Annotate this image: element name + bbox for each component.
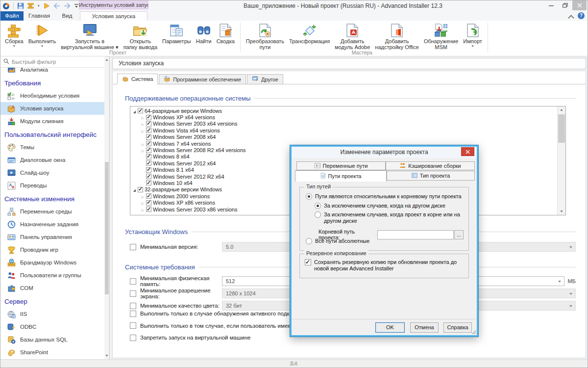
sidebar-item[interactable]: Диалоговые окна	[0, 154, 104, 166]
radio-icon[interactable]	[306, 193, 312, 200]
tree-expander-icon[interactable]	[140, 141, 146, 147]
sidebar-scrollbar[interactable]	[104, 56, 109, 359]
condition-checkbox[interactable]	[130, 322, 136, 329]
tab-launch-conditions[interactable]: Условия запуска	[80, 11, 147, 21]
tree-row[interactable]: Windows Server 2008 x64	[140, 134, 557, 140]
sidebar-item[interactable]: SharePoint	[0, 346, 104, 359]
sidebar-item[interactable]: Пользователи и группы	[0, 269, 104, 282]
run-quick-icon[interactable]	[43, 2, 50, 9]
tree-expander-icon[interactable]	[131, 186, 138, 192]
tree-checkbox[interactable]	[146, 207, 151, 212]
radio-except-other-disk[interactable]: За исключением случаев, когда на другом …	[315, 203, 445, 209]
content-tab[interactable]: Система	[117, 74, 158, 84]
tree-checkbox[interactable]	[138, 108, 143, 113]
sidebar-item[interactable]: Необходимые условия	[0, 89, 104, 102]
forward-icon[interactable]	[64, 3, 71, 9]
ribbon-button[interactable]: Сводка	[214, 22, 237, 45]
tree-expander-icon[interactable]	[140, 200, 146, 206]
sidebar-item[interactable]: Аналитика	[0, 68, 104, 76]
tree-row[interactable]: Windows Vista x64 versions	[140, 127, 557, 133]
sidebar-item[interactable]: Темы	[0, 141, 104, 154]
root-path-input[interactable]	[377, 230, 454, 239]
minimize-button[interactable]	[544, 0, 558, 10]
build-dropdown-icon[interactable]: ▾	[38, 4, 40, 8]
sidebar-item[interactable]: Переменные среды	[0, 205, 104, 218]
tree-expander-icon[interactable]	[140, 193, 146, 199]
tree-checkbox[interactable]	[146, 167, 151, 173]
sidebar-item[interactable]: Базы данных SQL	[0, 333, 104, 346]
tree-expander-icon[interactable]	[140, 121, 146, 127]
backup-check-row[interactable]: Сохранять резервную копию при обновлении…	[305, 259, 462, 272]
dialog-tab-project-type[interactable]: Тип проекта	[387, 171, 475, 181]
dialog-tab-build-caching[interactable]: Кэширование сборки	[386, 161, 475, 170]
ribbon-button[interactable]: Открыть папку вывода	[121, 22, 160, 51]
tree-scrollbar[interactable]	[557, 106, 565, 215]
tree-checkbox[interactable]	[146, 193, 151, 199]
tree-checkbox[interactable]	[146, 115, 151, 120]
tab-view[interactable]: Вид	[55, 11, 79, 21]
dialog-tab-path-variables[interactable]: Переменные пути	[296, 161, 386, 170]
resize-grip[interactable]	[472, 330, 476, 334]
radio-icon[interactable]	[306, 238, 312, 244]
help-button[interactable]: Справка	[443, 322, 472, 333]
build-quick-icon[interactable]	[27, 2, 34, 9]
condition-checkbox[interactable]	[130, 311, 136, 317]
tree-checkbox[interactable]	[146, 128, 151, 133]
customize-qat-icon[interactable]	[74, 3, 79, 8]
sidebar-item[interactable]: ? Условия запуска	[0, 102, 104, 115]
dialog-tab-project-paths[interactable]: Пути проекта	[295, 170, 387, 182]
tree-expander-icon[interactable]	[131, 108, 138, 114]
sidebar-item[interactable]: Панель управления	[0, 231, 104, 243]
min-memory-checkbox[interactable]	[130, 278, 136, 285]
sidebar-item[interactable]: Брандмауэр Windows	[0, 256, 104, 269]
tree-expander-icon[interactable]	[140, 207, 146, 212]
tree-checkbox[interactable]	[146, 160, 151, 166]
sidebar-item[interactable]: Модули слияния	[0, 115, 104, 128]
content-tab[interactable]: Программное обеспечение	[159, 74, 246, 84]
tab-file[interactable]: Файл	[0, 11, 24, 21]
radio-icon[interactable]	[315, 211, 321, 218]
ribbon-button[interactable]: Выполнить ▾	[26, 22, 58, 49]
radio-absolute-paths[interactable]: Все пути абсолютные	[306, 238, 369, 244]
backup-checkbox[interactable]	[305, 259, 311, 265]
tab-home[interactable]: Главная	[25, 11, 53, 21]
quick-filter-input[interactable]	[12, 59, 90, 65]
ribbon-button[interactable]: Обнаружение MSM	[421, 22, 461, 51]
tree-row[interactable]: 64-разрядные версии Windows	[131, 107, 557, 114]
ribbon-button[interactable]: Трансформация	[287, 22, 332, 45]
tree-checkbox[interactable]	[146, 134, 151, 140]
tree-checkbox[interactable]	[146, 174, 151, 179]
tree-checkbox[interactable]	[146, 141, 151, 146]
sidebar-item[interactable]: Проводник игр	[0, 243, 104, 256]
radio-icon[interactable]	[315, 203, 321, 209]
tree-row[interactable]: Windows XP x64 versions	[140, 114, 557, 120]
sidebar-item[interactable]: Aя Переводы	[0, 179, 104, 192]
ribbon-button[interactable]: Добавить модуль Adobe	[332, 22, 372, 51]
ribbon-button[interactable]: Импорт ▾	[461, 22, 484, 49]
ribbon-button[interactable]: Сборка ▾	[2, 22, 26, 49]
ribbon-button[interactable]: Параметры	[160, 22, 194, 45]
tree-checkbox[interactable]	[146, 180, 151, 185]
restore-button[interactable]	[558, 0, 572, 10]
ok-button[interactable]: OK	[375, 322, 405, 333]
tree-checkbox[interactable]	[138, 187, 143, 192]
condition-checkbox[interactable]	[130, 335, 136, 341]
tree-row[interactable]: Windows Server 2003 x64 versions	[140, 121, 557, 127]
help-icon[interactable]: ?	[578, 12, 585, 19]
scroll-down-icon[interactable]	[560, 210, 564, 213]
scroll-up-icon[interactable]	[105, 58, 109, 62]
radio-relative-paths[interactable]: Пути являются относительными к корневому…	[306, 193, 462, 200]
ribbon-button[interactable]: Найти	[194, 22, 214, 45]
collapse-ribbon-icon[interactable]	[568, 13, 574, 19]
save-icon[interactable]	[17, 2, 24, 9]
ribbon-button[interactable]: Добавить надстройку Office	[372, 22, 421, 51]
min-resolution-checkbox[interactable]	[130, 290, 136, 297]
scrollbar-thumb[interactable]	[105, 162, 109, 294]
tree-checkbox[interactable]	[146, 148, 151, 153]
scrollbar-thumb[interactable]	[558, 114, 565, 143]
tree-expander-icon[interactable]	[140, 147, 146, 153]
tree-expander-icon[interactable]	[140, 114, 146, 120]
ribbon-button[interactable]: Запустить в виртуальной машине ▾	[58, 22, 121, 51]
dialog-close-button[interactable]	[461, 147, 474, 156]
tree-checkbox[interactable]	[146, 154, 151, 159]
